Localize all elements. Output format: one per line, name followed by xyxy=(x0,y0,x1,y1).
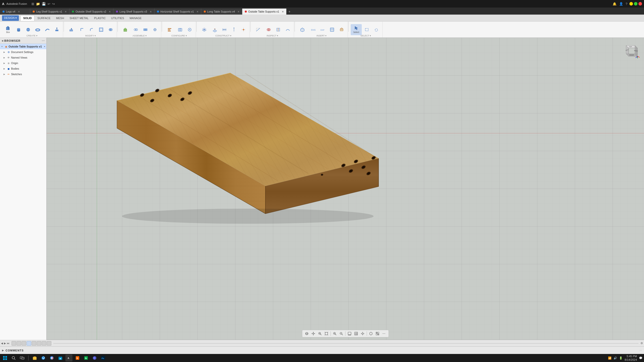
new-icon[interactable]: ⊞ xyxy=(31,2,35,6)
pan-button[interactable] xyxy=(310,331,316,337)
app5-taskbar[interactable]: S xyxy=(74,354,81,361)
plane-angle-button[interactable] xyxy=(210,25,219,34)
axis-button[interactable] xyxy=(229,25,238,34)
ps-taskbar[interactable]: Ps xyxy=(100,354,107,361)
toolbar-tab-surface[interactable]: SURFACE xyxy=(35,15,53,21)
canvas-button[interactable] xyxy=(328,25,337,34)
chrome-taskbar[interactable] xyxy=(48,354,55,361)
orbit-button[interactable] xyxy=(304,331,310,337)
zoom-button[interactable] xyxy=(317,331,323,337)
snap-button[interactable] xyxy=(359,331,366,337)
browser-item-doc-settings[interactable]: ▶ ⚙ Document Settings xyxy=(0,49,46,55)
timeline-play[interactable]: ▶ xyxy=(4,342,6,345)
rigid-group-button[interactable] xyxy=(141,25,150,34)
browser-item-root[interactable]: ▼ ◉ Outside Table Supports v1 ● xyxy=(0,44,46,49)
timeline-item[interactable] xyxy=(27,341,31,346)
comments-panel[interactable]: ▶ COMMENTS ⋯ xyxy=(0,346,644,354)
search-taskbar-button[interactable] xyxy=(10,354,17,361)
select-button[interactable]: Select xyxy=(351,24,362,35)
tab-outside-shelf[interactable]: Outside Shelf Supports v2 ✕ xyxy=(69,9,113,15)
insert-dxf-button[interactable]: DXF xyxy=(318,25,327,34)
browser-settings-icon[interactable]: ⋯ xyxy=(42,39,45,42)
undo-icon[interactable]: ↩ xyxy=(47,2,51,6)
section-analysis-button[interactable] xyxy=(274,25,283,34)
timeline-item[interactable] xyxy=(12,341,16,346)
tab-leg-shelf[interactable]: Leg Shelf Supports v1 ✕ xyxy=(30,9,69,15)
combine-button[interactable] xyxy=(106,25,115,34)
redo-icon[interactable]: ↪ xyxy=(52,2,55,6)
toolbar-tab-mesh[interactable]: MESH xyxy=(54,15,67,21)
fit-button[interactable] xyxy=(323,331,329,337)
app6-taskbar[interactable]: N xyxy=(83,354,90,361)
teams-taskbar[interactable]: T xyxy=(91,354,98,361)
timeline-arrow-left[interactable]: ◀ xyxy=(1,342,3,345)
close-button[interactable] xyxy=(638,2,642,6)
timeline-skip-end[interactable]: ⏭ xyxy=(7,342,10,345)
decal-button[interactable] xyxy=(337,25,346,34)
notification-icon[interactable]: 🔔 xyxy=(612,2,617,6)
tab-long-shelf[interactable]: Long Shelf Supports v3 ✕ xyxy=(113,9,154,15)
tab-long-table[interactable]: Long Table Supports v4 ✕ xyxy=(201,9,242,15)
interference-button[interactable] xyxy=(264,25,273,34)
midplane-button[interactable] xyxy=(220,25,229,34)
zoom-out-button[interactable] xyxy=(338,331,344,337)
start-button[interactable] xyxy=(2,354,9,361)
toolbar-tab-utilities[interactable]: UTILITIES xyxy=(109,15,127,21)
snapshot-button[interactable] xyxy=(176,25,185,34)
freeform-select-button[interactable] xyxy=(372,25,381,34)
clock[interactable]: 5:45 PM 8/14/2024 xyxy=(625,354,637,362)
shading-button[interactable] xyxy=(374,331,380,337)
task-view-button[interactable] xyxy=(19,354,26,361)
shell-button[interactable] xyxy=(97,25,106,34)
configure-model-button[interactable] xyxy=(185,25,194,34)
timeline-item[interactable] xyxy=(22,341,26,346)
tab-close-outside-table[interactable]: ✕ xyxy=(282,10,284,13)
tab-close-leg-shelf[interactable]: ✕ xyxy=(65,10,67,13)
curvature-button[interactable] xyxy=(283,25,292,34)
window-select-button[interactable] xyxy=(362,25,371,34)
fillet-button[interactable] xyxy=(77,25,87,34)
edge-taskbar[interactable] xyxy=(40,354,47,361)
timeline-item[interactable] xyxy=(32,341,36,346)
toolbar-tab-manage[interactable]: MANAGE xyxy=(127,15,144,21)
timeline-item[interactable] xyxy=(17,341,21,346)
design-dropdown[interactable]: DESIGN ▾ xyxy=(2,15,19,21)
help-icon[interactable]: ? xyxy=(625,2,628,6)
sound-icon[interactable]: 🔊 xyxy=(614,356,617,360)
new-component-button[interactable] xyxy=(120,24,131,35)
tab-close-legs[interactable]: ✕ xyxy=(18,10,20,13)
tab-close-long-shelf[interactable]: ✕ xyxy=(150,10,152,13)
zoom-in-button[interactable] xyxy=(332,331,338,337)
tab-close-horiz-shelf[interactable]: ✕ xyxy=(196,10,198,13)
insert-svg-button[interactable]: SVG xyxy=(308,25,317,34)
tab-close-outside-shelf[interactable]: ✕ xyxy=(109,10,111,13)
toolbar-tab-sheet-metal[interactable]: SHEET METAL xyxy=(67,15,91,21)
view-display-button[interactable] xyxy=(346,331,352,337)
cylinder-button[interactable] xyxy=(14,25,23,34)
joint-button[interactable] xyxy=(131,25,140,34)
extrude-button[interactable] xyxy=(52,25,61,34)
as-built-joint-button[interactable] xyxy=(150,25,159,34)
viewcube-button[interactable] xyxy=(368,331,374,337)
comments-expand[interactable]: ⋯ xyxy=(639,349,642,352)
insert-mesh-button[interactable] xyxy=(297,24,308,35)
toolbar-tab-plastic[interactable]: PLASTIC xyxy=(92,15,108,21)
toolbar-tab-solid[interactable]: SOLID xyxy=(20,15,34,21)
new-tab-button[interactable]: + xyxy=(287,9,293,15)
tab-horiz-shelf[interactable]: Horizontal Shelf Supports v1 ✕ xyxy=(154,9,201,15)
tab-outside-table[interactable]: Outside Table Supports v1 ✕ xyxy=(242,9,287,15)
timeline-item[interactable] xyxy=(42,341,46,346)
timeline-settings[interactable]: ⚙ xyxy=(640,342,643,345)
tab-close-long-table[interactable]: ✕ xyxy=(237,10,239,13)
grid-toggle-button[interactable] xyxy=(353,331,359,337)
measure-button[interactable] xyxy=(253,24,264,35)
chamfer-button[interactable] xyxy=(87,25,96,34)
minimize-button[interactable] xyxy=(629,2,633,6)
file-manager-taskbar[interactable] xyxy=(31,354,38,361)
open-icon[interactable]: 📁 xyxy=(35,2,41,6)
browser-item-bodies[interactable]: ▶ ◼ Bodies xyxy=(0,66,46,71)
point-button[interactable] xyxy=(239,25,248,34)
push-pull-button[interactable] xyxy=(66,24,77,35)
browser-item-named-views[interactable]: ▶ 👁 Named Views xyxy=(0,55,46,60)
pipe-button[interactable] xyxy=(43,25,52,34)
